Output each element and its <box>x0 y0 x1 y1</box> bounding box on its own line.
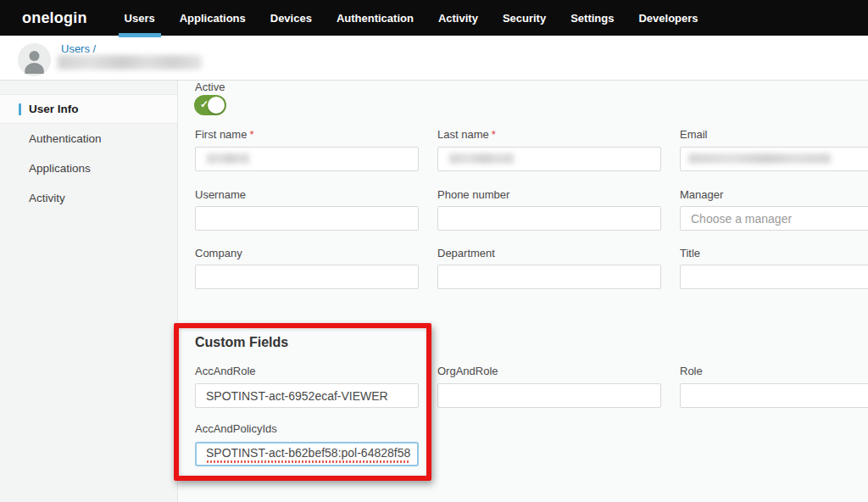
role-wrap <box>680 383 868 408</box>
manager-label: Manager <box>680 188 723 201</box>
username-input[interactable] <box>195 206 419 231</box>
department-input[interactable] <box>437 265 661 289</box>
active-label: Active <box>195 81 225 93</box>
org-and-role-label: OrgAndRole <box>437 365 498 377</box>
role-label: Role <box>680 365 703 377</box>
username-wrap <box>195 206 419 231</box>
first-name-input[interactable] <box>195 147 419 171</box>
phone-number-input[interactable] <box>437 206 661 231</box>
person-icon <box>23 48 46 74</box>
top-nav: onelogin Users Applications Devices Auth… <box>0 0 868 36</box>
onelogin-logo[interactable]: onelogin <box>22 9 87 27</box>
phone-number-label: Phone number <box>437 188 509 201</box>
acc-and-role-wrap <box>195 383 419 408</box>
custom-fields-title: Custom Fields <box>195 335 288 350</box>
org-and-role-wrap <box>437 383 661 408</box>
acc-and-role-input[interactable] <box>195 383 419 408</box>
nav-tab-security[interactable]: Security <box>503 0 546 36</box>
last-name-label: Last name* <box>437 128 496 141</box>
role-input[interactable] <box>680 383 868 408</box>
sidebar-item-authentication[interactable]: Authentication <box>0 124 177 153</box>
active-tab-underline <box>119 33 161 37</box>
title-input[interactable] <box>680 265 868 289</box>
email-input[interactable] <box>680 147 868 171</box>
title-wrap <box>680 265 868 289</box>
sidebar-item-activity[interactable]: Activity <box>0 183 177 213</box>
sidebar: User Info Authentication Applications Ac… <box>0 81 178 502</box>
last-name-input[interactable] <box>437 147 661 171</box>
nav-items: Users Applications Devices Authenticatio… <box>125 0 698 36</box>
nav-tab-applications[interactable]: Applications <box>180 0 246 36</box>
user-info-form: Active ✓ First name* Last name* Email Us… <box>178 81 868 502</box>
department-label: Department <box>437 247 495 259</box>
email-wrap <box>680 147 868 171</box>
first-name-label: First name* <box>195 128 253 141</box>
nav-tab-settings[interactable]: Settings <box>570 0 614 36</box>
breadcrumb-users-link[interactable]: Users / <box>61 42 96 55</box>
title-label: Title <box>680 247 700 259</box>
user-name-redacted <box>58 55 202 70</box>
toggle-knob <box>208 97 225 114</box>
company-input[interactable] <box>195 265 419 289</box>
last-name-wrap <box>437 147 661 171</box>
nav-tab-authentication[interactable]: Authentication <box>337 0 414 36</box>
active-toggle[interactable]: ✓ <box>194 95 226 115</box>
first-name-wrap <box>195 147 419 171</box>
sidebar-item-user-info[interactable]: User Info <box>0 94 177 124</box>
acc-and-policy-ids-label: AccAndPolicyIds <box>195 422 277 435</box>
username-label: Username <box>195 188 246 201</box>
nav-tab-users[interactable]: Users <box>125 0 155 36</box>
page-header: Users / <box>0 36 868 81</box>
sidebar-item-applications[interactable]: Applications <box>0 153 177 183</box>
acc-and-role-label: AccAndRole <box>195 365 256 377</box>
phone-number-wrap <box>437 206 661 231</box>
active-item-bar <box>19 103 21 115</box>
company-label: Company <box>195 247 242 259</box>
manager-wrap <box>680 206 868 231</box>
org-and-role-input[interactable] <box>437 383 661 408</box>
acc-and-policy-ids-input[interactable]: SPOTINST-act-b62bef58:pol-64828f58 <box>195 442 419 466</box>
nav-tab-developers[interactable]: Developers <box>638 0 698 36</box>
manager-select[interactable] <box>680 206 868 231</box>
company-wrap <box>195 265 419 289</box>
user-avatar <box>18 43 51 76</box>
email-label: Email <box>680 128 708 141</box>
nav-tab-activity[interactable]: Activity <box>438 0 478 36</box>
spellcheck-underlined-value: SPOTINST-act-b62bef58:pol-64828f58 <box>206 446 410 463</box>
department-wrap <box>437 265 661 289</box>
nav-tab-devices[interactable]: Devices <box>270 0 312 36</box>
